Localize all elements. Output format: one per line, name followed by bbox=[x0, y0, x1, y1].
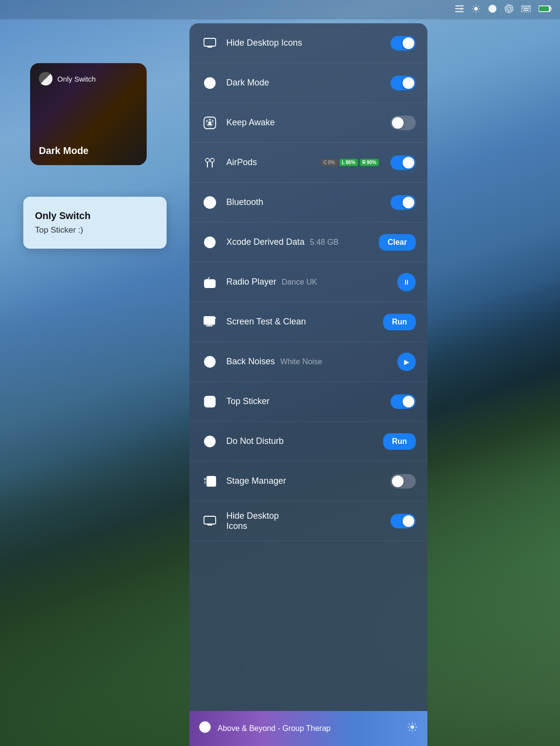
airpods-label: AirPods bbox=[226, 157, 313, 168]
svg-point-2 bbox=[457, 5, 459, 7]
xcode-label: Xcode Derived Data 5.48 GB bbox=[226, 237, 371, 247]
svg-rect-26 bbox=[539, 6, 549, 11]
toggle-knob bbox=[403, 37, 414, 49]
panel-item-top-sticker: Top Sticker bbox=[189, 382, 427, 422]
panel-item-hide-desktop-icons: Hide Desktop Icons bbox=[189, 23, 427, 63]
top-sticker-icon bbox=[201, 393, 219, 410]
panel-item-hide-desktop-icons-2: Hide DesktopIcons bbox=[189, 501, 427, 541]
svg-rect-21 bbox=[522, 8, 523, 9]
do-not-disturb-run-button[interactable]: Run bbox=[383, 433, 416, 450]
svg-rect-63 bbox=[204, 516, 216, 524]
svg-line-34 bbox=[212, 120, 213, 121]
airpods-right-battery: R 90% bbox=[360, 159, 379, 166]
svg-rect-60 bbox=[207, 476, 216, 486]
panel-item-do-not-disturb: Do Not Disturb Run bbox=[189, 422, 427, 461]
only-switch-icon bbox=[39, 72, 52, 85]
panel-item-stage-manager: Stage Manager bbox=[189, 461, 427, 501]
brightness-icon bbox=[472, 4, 480, 15]
back-noises-type: White Noise bbox=[280, 357, 322, 366]
chatgpt-icon bbox=[505, 4, 513, 15]
screen-test-run-button[interactable]: Run bbox=[383, 314, 416, 330]
toggle-knob bbox=[403, 515, 414, 527]
tooltip-card: Only Switch Top Sticker :) bbox=[23, 197, 167, 249]
panel-item-dark-mode: Dark Mode bbox=[189, 63, 427, 103]
stage-manager-icon bbox=[201, 473, 219, 490]
svg-point-38 bbox=[205, 158, 209, 162]
svg-rect-65 bbox=[208, 524, 211, 525]
stage-manager-label: Stage Manager bbox=[226, 476, 383, 486]
dark-mode-toggle[interactable] bbox=[390, 76, 416, 90]
keep-awake-toggle[interactable] bbox=[390, 116, 416, 130]
svg-rect-24 bbox=[523, 10, 529, 11]
svg-point-46 bbox=[206, 282, 209, 285]
main-panel: Hide Desktop Icons Dark Mode Keep Awake … bbox=[189, 23, 427, 746]
screen-test-label: Screen Test & Clean bbox=[226, 317, 375, 327]
keyboard-icon bbox=[521, 5, 531, 14]
svg-rect-23 bbox=[529, 8, 530, 9]
svg-rect-28 bbox=[204, 38, 216, 46]
panel-item-radio: Radio Player Dance UK ⏸ bbox=[189, 262, 427, 302]
toggle-knob bbox=[392, 117, 404, 129]
airpods-left-battery: L 86% bbox=[339, 159, 358, 166]
svg-line-8 bbox=[473, 6, 474, 6]
monitor-icon bbox=[201, 34, 219, 52]
svg-rect-18 bbox=[524, 6, 526, 7]
toggle-knob bbox=[403, 197, 414, 208]
pause-button[interactable]: ⏸ bbox=[397, 273, 416, 291]
toggle-knob bbox=[403, 396, 414, 407]
clear-button[interactable]: Clear bbox=[379, 234, 416, 251]
music-bar: Above & Beyond - Group Therap bbox=[189, 711, 427, 746]
xcode-size: 5.48 GB bbox=[310, 238, 339, 246]
toggle-knob bbox=[392, 475, 404, 487]
radio-icon bbox=[201, 273, 219, 291]
stage-manager-toggle[interactable] bbox=[390, 474, 416, 489]
svg-rect-20 bbox=[528, 6, 530, 7]
svg-point-5 bbox=[474, 7, 478, 11]
airpods-case-battery: C 0% bbox=[321, 159, 338, 166]
svg-line-35 bbox=[206, 120, 207, 121]
svg-point-59 bbox=[208, 440, 211, 443]
play-circle-icon bbox=[488, 4, 497, 15]
svg-point-37 bbox=[208, 121, 211, 124]
music-track-text: Above & Beyond - Group Therap bbox=[218, 724, 400, 733]
svg-rect-4 bbox=[455, 11, 464, 12]
top-sticker-label: Top Sticker bbox=[226, 396, 383, 407]
toggle-knob bbox=[403, 157, 414, 169]
panel-item-back-noises: Back Noises White Noise ▶ bbox=[189, 342, 427, 382]
xcode-icon bbox=[201, 234, 219, 251]
svg-point-56 bbox=[207, 399, 209, 401]
airpods-icon bbox=[201, 154, 219, 171]
hide-desktop-icons-2-toggle[interactable] bbox=[390, 514, 416, 528]
dark-mode-card-label: Dark Mode bbox=[39, 145, 138, 156]
airpods-battery-badges: C 0% L 86% R 90% bbox=[321, 159, 379, 166]
keep-awake-icon bbox=[201, 114, 219, 132]
hide-desktop-icons-2-label: Hide DesktopIcons bbox=[226, 511, 383, 531]
do-not-disturb-icon bbox=[201, 433, 219, 450]
svg-point-40 bbox=[210, 158, 214, 162]
panel-item-airpods: AirPods C 0% L 86% R 90% bbox=[189, 143, 427, 183]
back-noises-label: Back Noises White Noise bbox=[226, 356, 390, 367]
dark-mode-icon bbox=[201, 74, 219, 92]
hide-desktop-icons-toggle[interactable] bbox=[390, 36, 416, 51]
toggle-knob bbox=[403, 77, 414, 89]
svg-rect-22 bbox=[524, 8, 528, 9]
svg-rect-62 bbox=[204, 481, 206, 484]
play-button[interactable]: ▶ bbox=[397, 353, 416, 371]
svg-rect-27 bbox=[551, 7, 552, 10]
tooltip-card-subtitle: Top Sticker :) bbox=[35, 225, 155, 235]
panel-item-bluetooth: Bluetooth bbox=[189, 183, 427, 222]
svg-line-13 bbox=[478, 6, 479, 6]
gear-icon[interactable] bbox=[407, 722, 418, 735]
panel-item-keep-awake: Keep Awake bbox=[189, 103, 427, 143]
controls-icon bbox=[455, 5, 464, 14]
bluetooth-toggle[interactable] bbox=[390, 195, 416, 210]
svg-rect-55 bbox=[204, 396, 215, 407]
airpods-toggle[interactable] bbox=[390, 155, 416, 170]
bluetooth-icon bbox=[201, 194, 219, 211]
svg-rect-19 bbox=[526, 6, 527, 7]
top-sticker-toggle[interactable] bbox=[390, 394, 416, 409]
svg-point-70 bbox=[411, 726, 414, 729]
screen-test-icon bbox=[201, 313, 219, 331]
dark-mode-card: Only Switch Dark Mode bbox=[30, 63, 147, 165]
dark-mode-card-header: Only Switch bbox=[39, 72, 138, 85]
